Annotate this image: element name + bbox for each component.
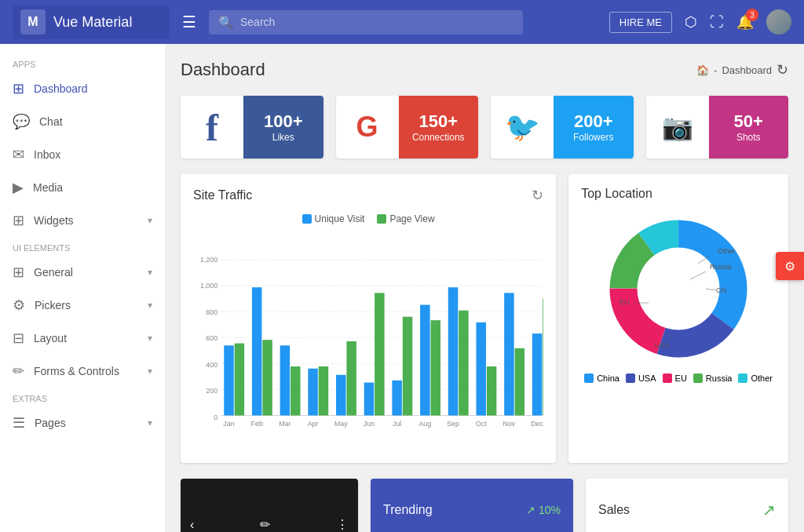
google-card[interactable]: G 150+ Connections [336, 96, 479, 159]
github-icon[interactable]: ⬡ [685, 13, 697, 31]
google-icon: G [356, 111, 378, 144]
breadcrumb-current: Dashboard [722, 64, 772, 76]
sidebar-item-general[interactable]: ⊞ General ▾ [0, 256, 165, 289]
sidebar-item-media[interactable]: ▶ Media [0, 171, 165, 204]
site-traffic-card: Site Traffic ↻ Unique Visit Page View [181, 174, 556, 463]
sidebar-label-dashboard: Dashboard [34, 82, 152, 95]
sidebar-item-dashboard[interactable]: ⊞ Dashboard [0, 72, 165, 105]
sidebar-item-pages[interactable]: ☰ Pages ▾ [0, 406, 165, 439]
app-logo[interactable]: M Vue Material [13, 5, 170, 39]
instagram-label: Shots [736, 132, 761, 143]
donut-legend: China USA EU Russia [584, 373, 773, 383]
page-title: Dashboard [181, 60, 265, 80]
widgets-icon: ⊞ [13, 212, 24, 229]
sidebar-item-pickers[interactable]: ⚙ Pickers ▾ [0, 289, 165, 322]
search-box[interactable]: 🔍 [209, 10, 523, 35]
fullscreen-icon[interactable]: ⛶ [710, 14, 724, 31]
svg-rect-31 [459, 311, 468, 416]
svg-text:800: 800 [206, 308, 217, 316]
twitter-count: 200+ [574, 111, 613, 132]
top-location-header: Top Location [581, 187, 776, 201]
sidebar-label-inbox: Inbox [34, 148, 152, 161]
svg-rect-25 [375, 293, 384, 415]
app-title: Vue Material [53, 14, 132, 31]
svg-text:Jul: Jul [393, 420, 401, 428]
twitter-icon-area: 🐦 [491, 96, 554, 159]
chevron-down-icon-5: ▾ [148, 366, 152, 377]
legend-russia: Russia [693, 373, 733, 383]
instagram-icon: 📷 [662, 112, 693, 142]
topnav-actions: HIRE ME ⬡ ⛶ 🔔 3 [609, 9, 791, 35]
sales-card: Sales ↗ [586, 479, 788, 532]
menu-icon[interactable]: ☰ [182, 13, 196, 31]
hire-me-button[interactable]: HIRE ME [609, 12, 672, 33]
sidebar-label-pickers: Pickers [35, 299, 138, 312]
fab-button[interactable]: ⚙ [776, 252, 804, 280]
site-traffic-header: Site Traffic ↻ [193, 187, 543, 204]
sidebar-item-layout[interactable]: ⊟ Layout ▾ [0, 322, 165, 355]
svg-text:Mar: Mar [279, 420, 291, 428]
sidebar-item-widgets[interactable]: ⊞ Widgets ▾ [0, 204, 165, 237]
svg-rect-35 [515, 348, 524, 416]
svg-rect-37 [543, 298, 543, 415]
social-cards: f 100+ Likes G 150+ Connections [181, 96, 788, 159]
breadcrumb-separator: - [714, 64, 717, 76]
section-ui-label: UI Elements [0, 237, 165, 256]
prev-button[interactable]: ‹ [190, 518, 194, 532]
legend-label-usa: USA [638, 373, 656, 383]
sidebar: Apps ⊞ Dashboard 💬 Chat ✉ Inbox ▶ Media … [0, 44, 165, 532]
svg-rect-20 [308, 369, 317, 416]
svg-text:Jan: Jan [223, 420, 234, 428]
bar-chart-svg: 1,200 1,000 800 600 400 200 0 [193, 231, 543, 450]
chevron-down-icon-2: ▾ [148, 267, 152, 278]
google-icon-area: G [336, 96, 399, 159]
more-button[interactable]: ⋮ [336, 517, 349, 532]
legend-other: Other [738, 373, 773, 383]
donut-chart-wrap: Other Russia Chi EU USA [581, 210, 776, 383]
avatar[interactable] [766, 9, 791, 35]
svg-text:200: 200 [206, 387, 217, 395]
edit-button[interactable]: ✏ [260, 517, 270, 532]
sidebar-label-widgets: Widgets [34, 214, 138, 227]
svg-rect-22 [336, 375, 345, 416]
svg-rect-19 [291, 366, 300, 415]
sidebar-label-forms: Forms & Controls [34, 365, 138, 377]
svg-text:600: 600 [206, 334, 217, 342]
refresh-icon[interactable]: ↻ [777, 61, 788, 78]
facebook-card[interactable]: f 100+ Likes [181, 96, 323, 159]
svg-rect-15 [235, 344, 244, 416]
svg-text:Russia: Russia [710, 263, 732, 271]
google-label: Connections [412, 132, 465, 143]
svg-text:400: 400 [206, 361, 217, 369]
svg-text:1,200: 1,200 [200, 256, 217, 264]
legend-label-eu: EU [675, 373, 687, 383]
legend-dot-china [584, 373, 594, 383]
instagram-count: 50+ [734, 111, 763, 132]
sidebar-item-inbox[interactable]: ✉ Inbox [0, 138, 165, 171]
notification-badge: 3 [746, 9, 758, 21]
instagram-card[interactable]: 📷 50+ Shots [646, 96, 789, 159]
sidebar-item-forms[interactable]: ✏ Forms & Controls ▾ [0, 355, 165, 388]
svg-text:Sep: Sep [447, 420, 459, 428]
svg-rect-21 [319, 366, 328, 415]
legend-dot-usa [626, 373, 635, 383]
sidebar-item-chat[interactable]: 💬 Chat [0, 105, 165, 138]
sidebar-label-layout: Layout [34, 332, 138, 344]
legend-label-pageview: Page View [389, 213, 434, 224]
chevron-down-icon-6: ▾ [148, 417, 152, 428]
section-extras-label: Extras [0, 388, 165, 406]
svg-text:Nov: Nov [502, 420, 515, 428]
search-input[interactable] [240, 16, 513, 28]
legend-label-russia: Russia [706, 373, 733, 383]
twitter-card[interactable]: 🐦 200+ Followers [491, 96, 634, 159]
breadcrumb: 🏠 - Dashboard ↻ [696, 61, 788, 78]
chevron-down-icon-4: ▾ [148, 333, 152, 344]
legend-dot-other [738, 373, 747, 383]
notification-icon[interactable]: 🔔 3 [736, 13, 754, 31]
instagram-stats: 50+ Shots [709, 96, 789, 159]
svg-text:Jun: Jun [364, 420, 375, 428]
sidebar-label-chat: Chat [39, 115, 152, 128]
svg-text:EU: EU [619, 298, 630, 306]
svg-text:1,000: 1,000 [200, 282, 217, 290]
site-traffic-refresh[interactable]: ↻ [532, 187, 543, 204]
